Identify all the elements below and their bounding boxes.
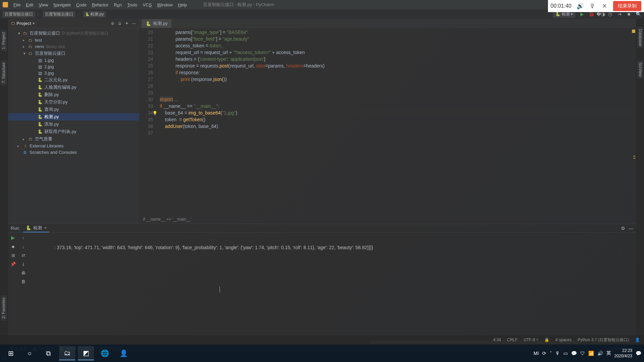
speaker-icon[interactable]: 🔊: [577, 3, 584, 9]
pin-icon[interactable]: 📌: [10, 261, 16, 267]
tree-external[interactable]: ▸⫴ External Libraries: [8, 143, 139, 149]
mic-icon[interactable]: 🎙: [589, 3, 596, 9]
tree-item[interactable]: 🐍天空分割.py: [8, 98, 139, 106]
settings-icon[interactable]: ✦: [125, 21, 129, 26]
layout-icon[interactable]: ⊞: [10, 252, 16, 258]
down-icon[interactable]: ↓: [20, 243, 26, 250]
project-panel: 🗀 Project ▾ ⊕ ⇊ ✦ — ▼🗀 百度智能云接口 D:\python…: [8, 19, 139, 224]
wifi-icon[interactable]: 📶: [588, 351, 594, 356]
menu-bar: File Edit View Navigate Code Refactor Ru…: [0, 0, 644, 9]
menu-file[interactable]: File: [11, 2, 23, 7]
readonly-icon[interactable]: 🔒: [544, 337, 549, 342]
menu-refactor[interactable]: Refactor: [89, 2, 111, 7]
end-recording-button[interactable]: 结束录制: [613, 1, 641, 11]
line-ending[interactable]: CRLF: [507, 337, 517, 342]
tree-root-path: D:\python\百度智能云接口: [62, 31, 108, 36]
print-icon[interactable]: 🖶: [20, 270, 26, 276]
inspector-icon[interactable]: 👤: [635, 337, 640, 342]
tree-item[interactable]: 🐍检测.py: [8, 113, 139, 121]
tree-item[interactable]: ▤1.jpg: [8, 57, 139, 63]
menu-view[interactable]: View: [36, 2, 51, 7]
tree-item[interactable]: ▤3.jpg: [8, 70, 139, 76]
collapse-icon[interactable]: ⇊: [118, 21, 122, 26]
run-config-label: 检测: [562, 12, 570, 16]
tool-structure-tab[interactable]: 7: Structure: [1, 60, 7, 85]
tree-item[interactable]: ▸🗀venv library root: [8, 43, 139, 50]
menu-edit[interactable]: Edit: [23, 2, 36, 7]
hide-icon[interactable]: —: [629, 226, 633, 231]
start-button[interactable]: ⊞: [3, 346, 19, 360]
app-icon[interactable]: 👤: [116, 346, 132, 360]
scroll-icon[interactable]: ⤓: [20, 261, 26, 267]
wechat-icon[interactable]: 💬: [571, 351, 577, 356]
editor-body[interactable]: 20212223242526272829303334353637 params[…: [139, 28, 636, 216]
sync-icon[interactable]: ⟳: [542, 351, 546, 356]
close-icon[interactable]: ×: [44, 225, 47, 230]
tool-sciview-tab[interactable]: SciView: [637, 60, 643, 79]
tree-item[interactable]: 🐍删除.py: [8, 91, 139, 98]
edge-icon[interactable]: 🌐: [97, 346, 113, 360]
tool-favorites-tab[interactable]: 2: Favorites: [1, 296, 7, 321]
tree-item[interactable]: 🐍查询.py: [8, 106, 139, 113]
intention-bulb-icon[interactable]: 💡: [152, 110, 157, 117]
stop-icon[interactable]: ■: [10, 243, 16, 250]
tree-item[interactable]: ▤2.jpg: [8, 63, 139, 70]
menu-help[interactable]: Help: [175, 2, 190, 7]
menu-vcs[interactable]: VCS: [140, 2, 154, 7]
tree-item[interactable]: 🐍添加.py: [8, 121, 139, 128]
tree-item[interactable]: ▸🗀空气质量: [8, 135, 139, 143]
run-tab[interactable]: 🐍 检测 ×: [23, 224, 49, 232]
tree-scratches[interactable]: 🗎 Scratches and Consoles: [8, 149, 139, 155]
breadcrumb-file[interactable]: 检测.py: [83, 11, 106, 17]
volume-icon[interactable]: 🔊: [597, 351, 603, 356]
indent[interactable]: 4 spaces: [555, 337, 571, 342]
gear-icon[interactable]: ⚙: [621, 226, 625, 231]
rerun-icon[interactable]: ▶: [10, 235, 16, 241]
clock[interactable]: 22:23 2020/4/23: [614, 348, 632, 359]
tree-item[interactable]: 🐍人脸属性编辑.py: [8, 84, 139, 91]
task-view-icon[interactable]: ⧉: [40, 346, 56, 360]
tool-database-tab[interactable]: Database: [637, 27, 643, 48]
interpreter[interactable]: Python 3.7 (百度智能云接口): [578, 337, 629, 343]
brand-icon: MI: [534, 351, 539, 356]
menu-code[interactable]: Code: [74, 2, 89, 7]
tree-root[interactable]: ▼🗀 百度智能云接口 D:\python\百度智能云接口: [8, 30, 139, 37]
tree-item[interactable]: ▸🗀test: [8, 37, 139, 43]
explorer-icon[interactable]: 🗂: [59, 346, 75, 360]
dropdown-icon[interactable]: ▾: [33, 21, 35, 26]
breadcrumb-folder[interactable]: 百度智能云接口: [43, 11, 75, 17]
menu-tools[interactable]: Tools: [125, 2, 140, 7]
notifications-icon[interactable]: 💬: [636, 351, 641, 356]
code-breadcrumb[interactable]: if __name__ == '__main__': [139, 216, 636, 224]
tree-item[interactable]: 🐍二次元化.py: [8, 76, 139, 84]
menu-window[interactable]: Window: [154, 2, 175, 7]
ime-icon[interactable]: 英: [606, 350, 611, 356]
defender-icon[interactable]: 🛡: [580, 351, 585, 356]
breadcrumb-root[interactable]: 百度智能云接口: [3, 11, 35, 17]
menu-run[interactable]: Run: [111, 2, 125, 7]
trash-icon[interactable]: 🗑: [20, 278, 26, 284]
pycharm-icon: [3, 2, 8, 7]
run-output[interactable]: : 373.16, 'top': 471.71, 'width': 643, '…: [28, 233, 636, 345]
close-icon[interactable]: ✕: [601, 3, 608, 9]
up-icon[interactable]: ↑: [20, 235, 26, 241]
encoding[interactable]: UTF-8 ÷: [523, 337, 538, 342]
hide-icon[interactable]: —: [132, 21, 136, 26]
tree-item[interactable]: 🐍获取用户列表.py: [8, 128, 139, 135]
input-icon[interactable]: 🎙: [555, 351, 560, 356]
cursor-pos[interactable]: 4:34: [493, 337, 501, 342]
marks[interactable]: [633, 156, 635, 160]
wrap-icon[interactable]: ⇄: [20, 252, 26, 258]
pycharm-taskbar-icon[interactable]: ◩: [78, 346, 94, 360]
locate-icon[interactable]: ⊕: [111, 21, 114, 26]
tree-item[interactable]: ▼🗀百度智能云接口: [8, 50, 139, 57]
warning-stripe-icon[interactable]: [632, 30, 635, 33]
code-area[interactable]: params["image_type"] = "BASE64" params["…: [158, 28, 636, 216]
tool-project-tab[interactable]: 1: Project: [1, 30, 7, 51]
chevron-up-icon[interactable]: ˄: [550, 351, 552, 356]
editor-tab[interactable]: 🐍 检测.py: [142, 19, 172, 28]
touchpad-icon[interactable]: ▭: [563, 351, 568, 356]
menu-navigate[interactable]: Navigate: [51, 2, 73, 7]
project-tree[interactable]: ▼🗀 百度智能云接口 D:\python\百度智能云接口 ▸🗀test▸🗀ven…: [8, 28, 139, 224]
cortana-icon[interactable]: ○: [21, 346, 38, 360]
